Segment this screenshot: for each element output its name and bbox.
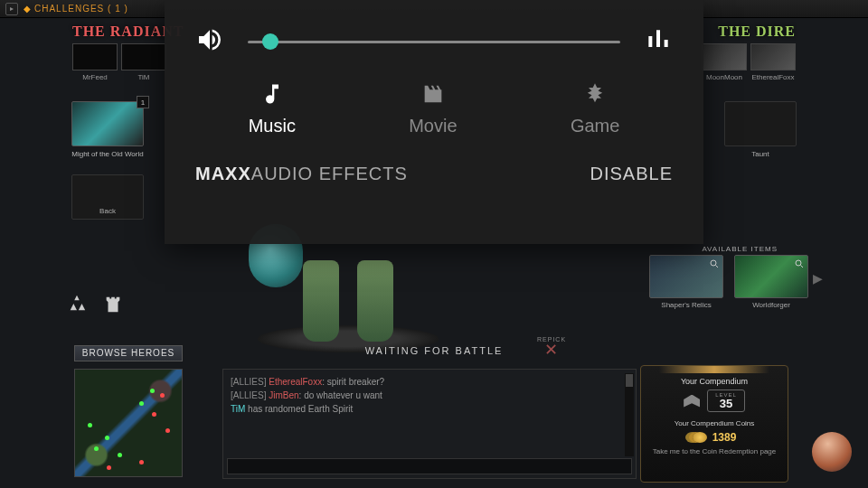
game-icon [582,81,608,107]
compendium-panel: Your Compendium LEVEL 35 Your Compendium… [640,365,788,483]
music-icon [259,81,285,107]
left-column: 1 Might of the Old World Back [67,101,148,220]
chat-scrollbar[interactable] [625,373,634,456]
dire-slots: MoonMoon EtherealFoxx [702,43,796,81]
taunt-slot[interactable] [724,101,797,146]
challenge-icon: ◆ [24,4,31,14]
available-item[interactable]: Worldforger [734,255,808,309]
coins-title: Your Compendium Coins [641,419,788,427]
mode-game[interactable]: Game [571,81,619,136]
hero-preview [217,235,479,352]
dire-label: THE DIRE [718,23,796,40]
search-icon [794,258,805,269]
mode-movie[interactable]: Movie [409,81,457,136]
items-next-arrow[interactable]: ▶ [813,271,823,286]
player-slot[interactable]: MoonMoon [702,43,747,81]
chat-log: [ALLIES] EtherealFoxx: spirit breaker? [… [223,370,636,456]
avatar[interactable] [812,432,852,472]
maxxaudio-label: MAXXAUDIO EFFECTS [195,164,408,184]
radiant-slots: MrFeed TiM [72,43,166,81]
grid-mode-icon[interactable] [67,294,87,317]
equipped-item-card[interactable]: 1 Might of the Old World [71,101,144,158]
volume-slider[interactable] [248,27,620,56]
item-thumbnail [71,101,144,146]
speaker-icon[interactable] [195,25,224,58]
search-icon [709,258,720,269]
disable-button[interactable]: DISABLE [590,164,673,184]
player-slot[interactable]: TiM [121,43,166,81]
compendium-title: Your Compendium [641,377,788,386]
coin-count: 1389 [712,431,737,444]
audio-overlay: Music Movie Game MAXXAUDIO EFFECTS DISAB… [165,0,703,244]
available-item[interactable]: Shaper's Relics [649,255,723,309]
equalizer-icon[interactable] [644,25,673,58]
expand-button[interactable]: ▸ [5,3,18,15]
svg-point-0 [711,260,716,266]
coin-icon [693,432,707,443]
volume-thumb[interactable] [262,33,278,50]
repick-button[interactable]: REPICK ✕ [537,336,564,357]
chat-input[interactable] [227,458,632,474]
player-slot[interactable]: MrFeed [72,43,118,81]
taunt-label: Taunt [720,150,801,158]
right-column: Taunt [720,101,801,158]
available-items-label: AVAILABLE ITEMS [702,245,778,253]
close-icon: ✕ [537,343,564,357]
chat-line: TiM has randomed Earth Spirit [231,402,628,416]
hero-model [294,242,402,342]
back-button[interactable]: Back [71,174,144,220]
book-icon [684,395,700,408]
minimap[interactable] [74,369,183,477]
compendium-level[interactable]: LEVEL 35 [707,389,745,412]
available-items: Shaper's Relics Worldforger [649,255,808,309]
item-count-badge: 1 [137,96,149,108]
player-slot[interactable]: EtherealFoxx [750,43,796,81]
challenges-label[interactable]: CHALLENGES ( 1 ) [34,4,128,14]
redeem-link[interactable]: Take me to the Coin Redemption page [641,447,788,455]
audio-mode-tabs: Music Movie Game [165,58,703,136]
waiting-label: WAITING FOR BATTLE [0,345,868,356]
tower-mode-icon[interactable] [103,294,123,317]
layout-mode-icons [67,294,123,317]
mode-music[interactable]: Music [249,81,296,136]
chat-line: [ALLIES] EtherealFoxx: spirit breaker? [231,375,628,389]
chat-line: [ALLIES] JimBen: do whatever u want [231,389,628,402]
svg-point-1 [796,260,801,266]
item-name: Might of the Old World [71,150,144,158]
movie-icon [420,81,446,107]
chat-panel: [ALLIES] EtherealFoxx: spirit breaker? [… [222,369,637,479]
